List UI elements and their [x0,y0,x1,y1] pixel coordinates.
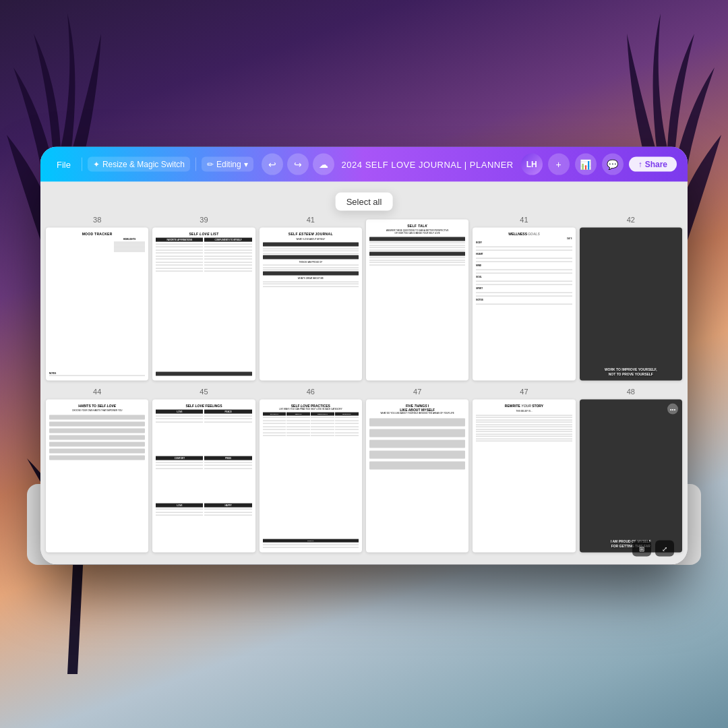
l9 [263,286,359,286]
col-affirmations: FAVORITE AFFIRMATIONS [156,238,203,369]
affirmations-label: FAVORITE AFFIRMATIONS [156,238,203,242]
page-num-wellness: 41 [473,214,575,225]
feel-joy: LOVE [156,503,203,548]
page-col-photo2: 48 ••• I AM PROUD OF MYSELFFOR GETTING T… [580,386,682,553]
page-num-39: 39 [152,214,255,225]
c2 [204,247,251,247]
col-compliments: COMPLIMENTS TO MYSELF [204,238,251,369]
topbar-divider-1 [82,158,82,171]
topbar: File ✦ Resize & Magic Switch ✏ Editing ▾… [40,147,688,182]
page-thumb-39[interactable]: SELF LOVE LIST FAVORITE AFFIRMATIONS [152,228,255,381]
page-col-rewrite: 47 REWRITE YOUR STORY THIS BELIEF IS... [473,386,575,553]
page-thumb-47[interactable]: FIVE THINGS ILIKE ABOUT MYSELF WHAT DO Y… [366,400,468,553]
page-col-47: 47 FIVE THINGS ILIKE ABOUT MYSELF WHAT D… [366,386,468,553]
page-num-46: 46 [260,386,362,397]
analytics-button[interactable]: 📊 [575,154,597,175]
c7 [204,262,251,262]
redo-button[interactable]: ↪ [287,154,309,175]
l1 [156,243,203,244]
share-button[interactable]: ↑ Share [629,157,677,172]
page-thumb-photo2[interactable]: ••• I AM PROUD OF MYSELFFOR GETTING THIS… [580,400,682,553]
page-thumb-rewrite[interactable]: REWRITE YOUR STORY THIS BELIEF IS... [473,400,575,553]
prac-mental: MENTAL [286,412,310,537]
practices-grid: PHYSICAL MENTAL [263,412,359,537]
avatar[interactable]: LH [521,154,543,175]
prac-spiritual: SPIRITUAL [335,412,359,537]
file-menu[interactable]: File [51,156,76,172]
mood-grid-area: document.currentScript.insertAdjacentHTM… [49,238,113,370]
cloud-button[interactable]: ☁ [313,154,334,175]
bottom-bar-39 [156,372,251,376]
grid-view-button[interactable]: ⊞ [632,541,651,557]
editing-button[interactable]: ✏ Editing ▾ [202,157,253,172]
page-rewrite-title: REWRITE YOUR STORY [476,404,572,408]
page-col-42: SELF TALK ANSWER THESE QUESTIONS TO GAIN… [366,214,468,381]
feel-pride: PRIDE [204,456,251,502]
photo2-overlay: I AM PROUD OF MYSELFFOR GETTING THIS FAR [580,400,682,553]
comments-button[interactable]: 💬 [602,154,624,175]
page-num-38: 38 [46,214,148,225]
page-47-title: FIVE THINGS ILIKE ABOUT MYSELF [369,404,465,412]
l8 [263,284,359,284]
line-3 [114,245,146,245]
line-6 [114,249,146,249]
pages-row-1: 38 MOOD TRACKER document.currentScript.i… [46,214,682,381]
chevron-down-icon: ▾ [244,160,248,169]
page-num-47: 47 [366,386,468,397]
page-44-subtitle: CHOOSE YOUR OWN HABITS THAT EMPOWER YOU [49,409,145,412]
page-col-38: 38 MOOD TRACKER document.currentScript.i… [46,214,148,381]
page-42-title: SELF TALK [369,224,465,228]
l2 [369,245,465,245]
page-thumb-44[interactable]: HABITS TO SELF LOVE CHOOSE YOUR OWN HABI… [46,400,148,553]
prac-physical: PHYSICAL [263,412,286,537]
select-all-tooltip[interactable]: Select all [336,193,393,211]
block-42-1 [369,237,465,241]
page-thumb-42[interactable]: SELF TALK ANSWER THESE QUESTIONS TO GAIN… [366,220,468,381]
page-thumb-41[interactable]: SELF ESTEEM JOURNAL WHAT I LOVE ABOUT MY… [260,228,362,381]
l7 [369,262,465,263]
page-45-title: SELF LOVE FEELINGS [156,404,251,408]
line-1 [114,242,146,243]
wellness-title-area: WELLNESS GOALS [476,232,572,236]
page-44-title: HABITS TO SELF LOVE [49,404,145,408]
expand-button[interactable]: ⤢ [655,541,674,557]
highlights-area: HIGHLIGHTS [114,238,146,370]
l5 [369,257,465,258]
undo-button[interactable]: ↩ [262,154,283,175]
project-title: 2024 SELF LOVE JOURNAL | PLANNER [340,159,516,169]
page-col-46: 46 SELF LOVE PRACTICES LIST WAYS YOU CAN… [260,386,362,553]
line-7 [114,250,146,251]
line-4 [114,246,146,247]
l5 [263,267,359,268]
page-42-subtitle: ANSWER THESE QUESTIONS TO GAIN A BETTER … [369,230,465,235]
prac-social: SOCIAL [263,539,359,549]
feel-comfort: COMFORT [156,456,203,502]
self-love-list-grid: FAVORITE AFFIRMATIONS [156,238,251,369]
page-col-45: 45 SELF LOVE FEELINGS LOVE [152,386,255,553]
c1 [204,243,251,244]
page-thumb-45[interactable]: SELF LOVE FEELINGS LOVE PEACE [152,400,255,553]
page-thumb-46[interactable]: SELF LOVE PRACTICES LIST WAYS YOU CAN PR… [260,400,362,553]
c4 [204,253,251,253]
l7 [156,262,203,262]
l6 [369,260,465,260]
proud-label: THINGS I AM PROUD OF [263,260,359,263]
page-41-title: SELF ESTEEM JOURNAL [263,232,359,236]
topbar-divider-2 [195,158,196,171]
page-thumb-photo1[interactable]: WORK TO IMPROVE YOURSELF,NOT TO PROVE YO… [580,228,682,381]
line-8 [114,251,146,252]
topbar-actions: LH + 📊 💬 ↑ Share [521,154,677,175]
grid-icon: ⊞ [639,545,644,552]
page-thumb-wellness[interactable]: WELLNESS GOALS DATE BODY HEART [473,228,575,381]
l2 [263,251,359,251]
prac-emotional: EMOTIONAL [311,412,334,537]
mood-grid: document.currentScript.insertAdjacentHTM… [49,238,113,240]
page-41-subtitle: WHAT I LOVE ABOUT MYSELF [263,238,359,241]
c10 [204,271,251,272]
page-thumb-38[interactable]: MOOD TRACKER document.currentScript.inse… [46,228,148,381]
compliments-label: COMPLIMENTS TO MYSELF [204,238,251,242]
page-num-41: 41 [260,214,362,225]
date-label: DATE [476,237,572,240]
add-button[interactable]: + [548,154,570,175]
resize-magic-switch-button[interactable]: ✦ Resize & Magic Switch [88,157,190,172]
